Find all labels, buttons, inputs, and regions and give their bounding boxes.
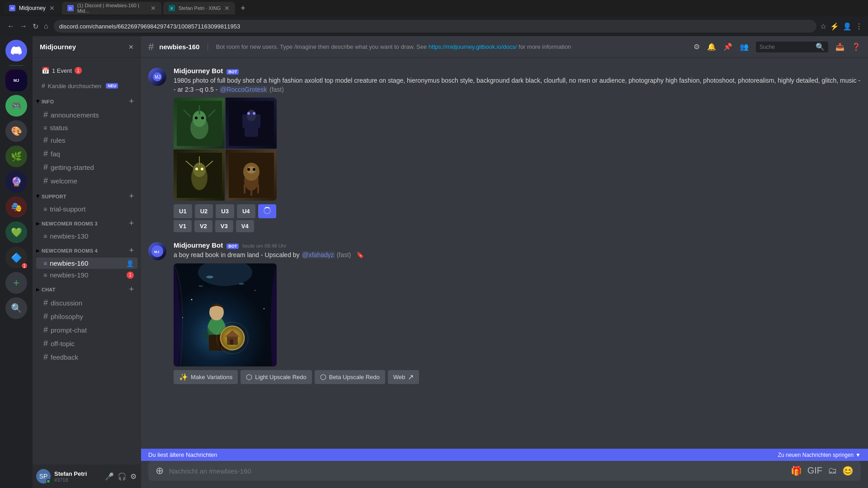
channel-welcome[interactable]: # welcome <box>36 174 137 188</box>
server-header[interactable]: Midjourney ✕ <box>33 36 141 58</box>
v4-button[interactable]: V4 <box>236 220 254 232</box>
message-input[interactable] <box>169 463 785 479</box>
server-icon-discord[interactable] <box>5 40 27 61</box>
add-server-button[interactable]: + <box>5 272 27 294</box>
event-item[interactable]: 📅 1 Event 1 <box>36 63 137 78</box>
section-add-newcomer3[interactable]: + <box>129 219 134 228</box>
browse-channels-item[interactable]: # Kanäle durchsuchen NEU <box>36 80 137 92</box>
server-icon-extra6-badge[interactable]: 🔷 1 <box>5 247 27 268</box>
channel-announcements[interactable]: # announcements <box>36 108 137 122</box>
section-newcomer3[interactable]: ▶ NEWCOMER ROOMS 3 + <box>33 215 141 230</box>
deafen-button[interactable]: 🎧 <box>117 471 127 482</box>
message-2-content: Midjourney Bot BOT heute um 08:48 Uhr a … <box>174 241 861 384</box>
section-add-info[interactable]: + <box>129 97 134 106</box>
channel-philosophy[interactable]: # philosophy <box>36 310 137 323</box>
channel-trial-support[interactable]: ≡ trial-support <box>36 203 137 215</box>
channel-off-topic[interactable]: # off-topic <box>36 337 137 350</box>
notification-bar[interactable]: Du liest ältere Nachrichten Zu neuen Nac… <box>141 449 868 461</box>
mute-button[interactable]: 🎤 <box>104 471 115 482</box>
section-newcomer4[interactable]: ▶ NEWCOMER ROOMS 4 + <box>33 242 141 257</box>
member-list-icon[interactable]: 👥 <box>740 42 749 51</box>
server-icon-extra3[interactable]: 🔮 <box>5 171 27 192</box>
u3-button[interactable]: U3 <box>216 204 234 218</box>
server-icon-midjourney[interactable]: MJ <box>5 70 27 91</box>
tab-discord[interactable]: D (1) Discord | #newbies-160 | Mid... ✕ <box>62 2 161 14</box>
bookmark-icon-msg[interactable]: 🔖 <box>356 251 364 258</box>
search-input[interactable] <box>760 44 814 50</box>
channel-desc-text: Bot room for new users. Type /imagine th… <box>216 43 427 50</box>
reload-button[interactable]: ↻ <box>31 20 40 33</box>
members-count-icon[interactable]: ⚙ <box>693 42 700 51</box>
forward-button[interactable]: → <box>18 20 29 33</box>
channel-faq[interactable]: # faq <box>36 147 137 160</box>
extensions-icon[interactable]: ⚡ <box>830 22 839 31</box>
add-attachment-button[interactable]: ⊕ <box>156 465 164 477</box>
section-add-support[interactable]: + <box>129 192 134 201</box>
channel-prompt-chat[interactable]: # prompt-chat <box>36 324 137 337</box>
light-upscale-redo-button[interactable]: ⬡ Light Upscale Redo <box>241 370 311 384</box>
nav-bar: ← → ↻ ⌂ discord.com/channels/66226979698… <box>0 16 868 36</box>
channel-name-status: status <box>50 124 134 131</box>
emoji-icon[interactable]: 😊 <box>842 465 854 476</box>
channel-rules[interactable]: # rules <box>36 134 137 147</box>
refresh-button[interactable] <box>258 204 276 218</box>
channel-feedback[interactable]: # feedback <box>36 351 137 364</box>
message-2-author[interactable]: Midjourney Bot <box>174 241 223 249</box>
explore-servers-button[interactable]: 🔍 <box>5 297 27 319</box>
section-support[interactable]: ▶ SUPPORT + <box>33 188 141 203</box>
tab-midjourney[interactable]: M Midjourney ✕ <box>4 2 60 14</box>
settings-button[interactable]: ⚙ <box>129 471 137 482</box>
server-icon-extra5[interactable]: 💚 <box>5 221 27 243</box>
server-icon-green[interactable]: 🎮 <box>5 95 27 117</box>
mention-2[interactable]: @xfahadyz <box>302 251 335 258</box>
channel-newbies-130[interactable]: ≡ newbies-130 <box>36 230 137 242</box>
v1-button[interactable]: V1 <box>174 220 192 232</box>
server-icon-extra1[interactable]: 🎨 <box>5 120 27 142</box>
back-button[interactable]: ← <box>5 20 16 33</box>
new-tab-button[interactable]: + <box>237 4 249 13</box>
beta-upscale-redo-button[interactable]: ⬡ Beta Upscale Redo <box>315 370 385 384</box>
u4-button[interactable]: U4 <box>237 204 255 218</box>
notifications-icon[interactable]: 🔔 <box>707 42 716 51</box>
profile-icon[interactable]: 👤 <box>843 22 852 31</box>
channel-newbies-190[interactable]: ≡ newbies-190 1 <box>36 269 137 281</box>
u2-button[interactable]: U2 <box>195 204 213 218</box>
server-icon-extra2[interactable]: 🌿 <box>5 145 27 167</box>
tab-close-1[interactable]: ✕ <box>49 5 55 12</box>
jump-to-new-button[interactable]: Zu neuen Nachrichten springen ▼ <box>778 452 861 458</box>
channel-newbies-160[interactable]: ≡ newbies-160 👤 <box>36 258 137 269</box>
bookmark-icon[interactable]: ☆ <box>820 22 826 31</box>
channel-status[interactable]: ≡ status <box>36 122 137 133</box>
channel-getting-started[interactable]: # getting-started <box>36 161 137 174</box>
tab-close-3[interactable]: ✕ <box>224 5 230 12</box>
channel-discussion[interactable]: # discussion <box>36 296 137 310</box>
sticker-icon[interactable]: 🗂 <box>828 465 837 476</box>
web-button[interactable]: Web ↗ <box>388 370 420 384</box>
image-grid-1[interactable] <box>174 98 277 201</box>
v2-button[interactable]: V2 <box>194 220 212 232</box>
section-info[interactable]: ▶ INFO + <box>33 93 141 108</box>
tab-close-2[interactable]: ✕ <box>151 5 156 12</box>
address-bar[interactable]: discord.com/channels/662269796984297473/… <box>54 20 816 33</box>
u1-button[interactable]: U1 <box>174 204 192 218</box>
gift-icon[interactable]: 🎁 <box>791 465 802 476</box>
server-icon-extra4[interactable]: 🎭 <box>5 196 27 218</box>
server-name: Midjourney <box>40 43 128 51</box>
home-button[interactable]: ⌂ <box>42 20 50 33</box>
channel-docs-link[interactable]: https://midjourney.gitbook.io/docs/ <box>429 43 519 50</box>
search-bar[interactable]: 🔍 <box>756 42 828 52</box>
section-chat[interactable]: ▶ CHAT + <box>33 281 141 296</box>
tab-xing[interactable]: X Stefan Petri · XING ✕ <box>163 2 236 14</box>
inbox-icon[interactable]: 📥 <box>835 42 844 51</box>
help-icon[interactable]: ❓ <box>852 42 861 51</box>
pin-icon[interactable]: 📌 <box>723 42 732 51</box>
message-1-author[interactable]: Midjourney Bot <box>174 67 223 75</box>
mention-1[interactable]: @RoccoGrotesk <box>219 86 268 93</box>
section-add-chat[interactable]: + <box>129 285 134 294</box>
menu-icon[interactable]: ⋮ <box>855 22 863 31</box>
v3-button[interactable]: V3 <box>215 220 233 232</box>
dream-image-container[interactable] <box>174 263 277 366</box>
gif-icon[interactable]: GIF <box>807 465 822 476</box>
section-add-newcomer4[interactable]: + <box>129 246 134 255</box>
make-variations-button[interactable]: ✨ Make Variations <box>174 370 238 384</box>
